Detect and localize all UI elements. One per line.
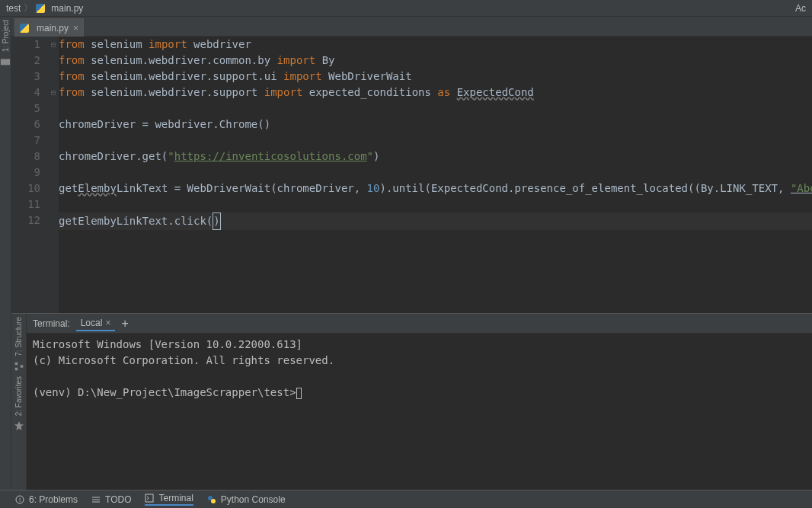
- warning-icon: !: [15, 495, 24, 504]
- python-file-icon: [36, 4, 45, 13]
- left-tool-gutter: 1: Project: [0, 17, 11, 490]
- chevron-right-icon: 〉: [24, 2, 33, 14]
- code-content[interactable]: from selenium import webdriverfrom selen…: [59, 37, 812, 313]
- favorites-tool-button[interactable]: 2: Favorites: [14, 373, 23, 419]
- line-numbers: 123456789101112: [11, 37, 48, 313]
- editor-tabs: main.py ×: [11, 17, 812, 37]
- svg-rect-3: [20, 365, 23, 368]
- terminal-tool-button[interactable]: Terminal: [145, 493, 193, 506]
- svg-rect-0: [1, 59, 10, 65]
- svg-point-12: [211, 499, 216, 503]
- folder-icon: [0, 56, 11, 67]
- svg-rect-2: [14, 367, 18, 370]
- terminal-title: Terminal:: [33, 318, 70, 329]
- status-bar: ! 6: Problems TODO Terminal Python Conso…: [0, 490, 812, 508]
- left-tool-gutter-lower: 7: Structure 2: Favorites: [11, 314, 27, 490]
- todo-tool-button[interactable]: TODO: [91, 494, 131, 505]
- svg-marker-4: [14, 421, 23, 430]
- project-tool-button[interactable]: 1: Project: [2, 17, 10, 55]
- structure-tool-button[interactable]: 7: Structure: [14, 314, 23, 359]
- close-icon[interactable]: ×: [105, 318, 110, 328]
- terminal-output[interactable]: Microsoft Windows [Version 10.0.22000.61…: [27, 334, 812, 490]
- star-icon: [14, 420, 24, 431]
- terminal-header: Terminal: Local × +: [27, 314, 812, 334]
- fold-gutter: ⊟ ⊟: [48, 37, 59, 313]
- terminal-tab-local[interactable]: Local ×: [76, 316, 116, 331]
- breadcrumb-right-text: Ac: [795, 3, 806, 14]
- breadcrumb-project[interactable]: test: [6, 3, 21, 14]
- tab-main-py[interactable]: main.py ×: [14, 18, 84, 37]
- terminal-cursor: [296, 388, 302, 399]
- python-console-tool-button[interactable]: Python Console: [207, 494, 286, 505]
- breadcrumb-file[interactable]: main.py: [51, 3, 83, 14]
- close-icon[interactable]: ×: [73, 23, 78, 34]
- problems-tool-button[interactable]: ! 6: Problems: [15, 494, 78, 505]
- svg-rect-10: [145, 494, 153, 502]
- tab-label: main.py: [37, 23, 69, 34]
- terminal-icon: [145, 494, 154, 503]
- list-icon: [91, 495, 101, 504]
- svg-rect-1: [14, 362, 18, 365]
- python-file-icon: [20, 24, 29, 33]
- breadcrumb-bar: test 〉 main.py Ac: [0, 0, 812, 17]
- svg-text:!: !: [19, 497, 21, 503]
- code-editor[interactable]: 123456789101112 ⊟ ⊟ from selenium import…: [11, 37, 812, 313]
- python-icon: [207, 495, 216, 504]
- add-terminal-button[interactable]: +: [121, 317, 128, 331]
- structure-icon: [14, 361, 24, 372]
- terminal-panel: 7: Structure 2: Favorites Terminal: Loca…: [11, 313, 812, 490]
